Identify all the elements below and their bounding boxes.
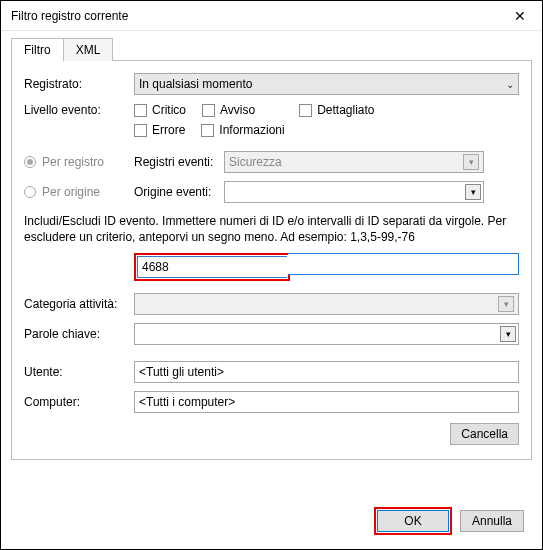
event-logs-dropdown: Sicurezza ▾	[224, 151, 484, 173]
label-event-logs: Registri eventi:	[134, 155, 224, 169]
window-title: Filtro registro corrente	[11, 9, 128, 23]
label-logged: Registrato:	[24, 77, 134, 91]
highlight-event-id	[134, 253, 290, 281]
checkbox-icon	[134, 104, 147, 117]
ok-button[interactable]: OK	[377, 510, 449, 532]
chevron-down-icon: ▾	[463, 154, 479, 170]
checkbox-error[interactable]: Errore	[134, 123, 185, 137]
label-event-level: Livello evento:	[24, 103, 134, 117]
radio-icon	[24, 156, 36, 168]
close-icon[interactable]: ✕	[498, 1, 542, 30]
label-event-sources: Origine eventi:	[134, 185, 224, 199]
event-sources-dropdown[interactable]: ▾	[224, 181, 484, 203]
label-task-category: Categoria attività:	[24, 297, 134, 311]
checkbox-icon	[201, 124, 214, 137]
event-id-input-highlighted[interactable]	[137, 256, 287, 278]
label-computer: Computer:	[24, 395, 134, 409]
computer-input[interactable]	[134, 391, 519, 413]
clear-button[interactable]: Cancella	[450, 423, 519, 445]
checkbox-icon	[134, 124, 147, 137]
dialog-footer: OK Annulla	[374, 507, 524, 535]
chevron-down-icon: ⌄	[506, 79, 514, 90]
titlebar: Filtro registro corrente ✕	[1, 1, 542, 31]
checkbox-information[interactable]: Informazioni	[201, 123, 284, 137]
event-logs-value: Sicurezza	[229, 155, 282, 169]
checkbox-icon	[202, 104, 215, 117]
keywords-dropdown[interactable]: ▾	[134, 323, 519, 345]
event-id-input[interactable]	[288, 253, 519, 275]
radio-per-log: Per registro	[24, 155, 134, 169]
cancel-button[interactable]: Annulla	[460, 510, 524, 532]
logged-value: In qualsiasi momento	[139, 77, 252, 91]
highlight-ok: OK	[374, 507, 452, 535]
checkbox-icon	[299, 104, 312, 117]
checkbox-verbose[interactable]: Dettagliato	[299, 103, 374, 117]
chevron-down-icon: ▾	[498, 296, 514, 312]
event-id-help: Includi/Escludi ID evento. Immettere num…	[24, 213, 519, 245]
chevron-down-icon: ▾	[465, 184, 481, 200]
checkbox-warning[interactable]: Avviso	[202, 103, 255, 117]
label-keywords: Parole chiave:	[24, 327, 134, 341]
task-category-dropdown: ▾	[134, 293, 519, 315]
radio-per-source: Per origine	[24, 185, 134, 199]
label-user: Utente:	[24, 365, 134, 379]
user-input[interactable]	[134, 361, 519, 383]
tab-xml[interactable]: XML	[63, 38, 114, 61]
tab-strip: Filtro XML	[11, 37, 532, 60]
chevron-down-icon: ▾	[500, 326, 516, 342]
tab-filter[interactable]: Filtro	[11, 38, 64, 61]
filter-panel: Registrato: In qualsiasi momento ⌄ Livel…	[11, 60, 532, 460]
radio-icon	[24, 186, 36, 198]
logged-dropdown[interactable]: In qualsiasi momento ⌄	[134, 73, 519, 95]
checkbox-critical[interactable]: Critico	[134, 103, 186, 117]
